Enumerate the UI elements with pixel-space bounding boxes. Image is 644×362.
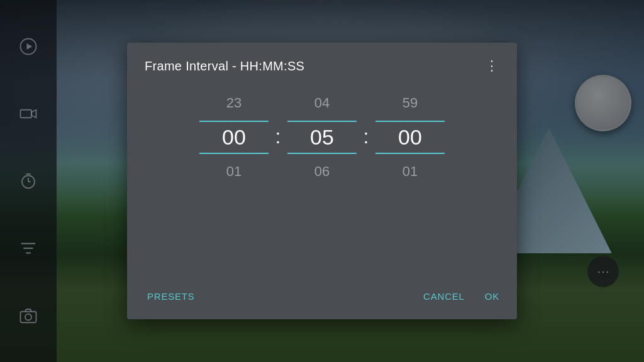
colon-2: : <box>357 125 375 148</box>
dialog-menu-icon[interactable]: ⋮ <box>482 57 502 75</box>
dialog-header: Frame Interval - HH:MM:SS ⋮ <box>127 43 517 87</box>
dialog-footer: PRESETS CANCEL OK <box>127 277 517 319</box>
seconds-below: 01 <box>375 163 445 180</box>
colon-above-2: : <box>357 93 375 113</box>
colon-above-1: : <box>269 93 287 113</box>
ok-button[interactable]: OK <box>482 286 502 307</box>
time-picker: 23 : 04 : 59 00 : 05 : <box>127 87 517 277</box>
seconds-value[interactable]: 00 <box>398 124 422 150</box>
hours-field-wrapper: 00 <box>199 121 269 154</box>
seconds-above: 59 <box>375 95 445 111</box>
seconds-line-bottom <box>375 153 445 154</box>
seconds-field-wrapper: 00 <box>375 121 445 154</box>
colon-1: : <box>269 125 287 148</box>
time-below-row: 01 : 06 : 01 <box>152 162 492 182</box>
time-current-row: 00 : 05 : 00 <box>152 121 492 154</box>
seconds-line-top <box>375 121 445 122</box>
minutes-above: 04 <box>287 95 357 111</box>
footer-right-buttons: CANCEL OK <box>421 286 502 307</box>
colon-below-1: : <box>269 162 287 182</box>
hours-line-top <box>199 121 269 122</box>
minutes-value[interactable]: 05 <box>310 124 334 150</box>
dialog-overlay: Frame Interval - HH:MM:SS ⋮ 23 : 04 : 59… <box>0 0 644 362</box>
frame-interval-dialog: Frame Interval - HH:MM:SS ⋮ 23 : 04 : 59… <box>127 43 517 319</box>
minutes-field-wrapper: 05 <box>287 121 357 154</box>
hours-value[interactable]: 00 <box>222 124 246 150</box>
presets-button[interactable]: PRESETS <box>145 286 197 307</box>
minutes-line-bottom <box>287 153 357 154</box>
hours-below: 01 <box>199 163 269 180</box>
minutes-line-top <box>287 121 357 122</box>
hours-above: 23 <box>199 95 269 111</box>
hours-line-bottom <box>199 153 269 154</box>
colon-below-2: : <box>357 162 375 182</box>
dialog-title: Frame Interval - HH:MM:SS <box>145 59 304 74</box>
time-above-row: 23 : 04 : 59 <box>152 93 492 113</box>
minutes-below: 06 <box>287 163 357 180</box>
cancel-button[interactable]: CANCEL <box>421 286 467 307</box>
